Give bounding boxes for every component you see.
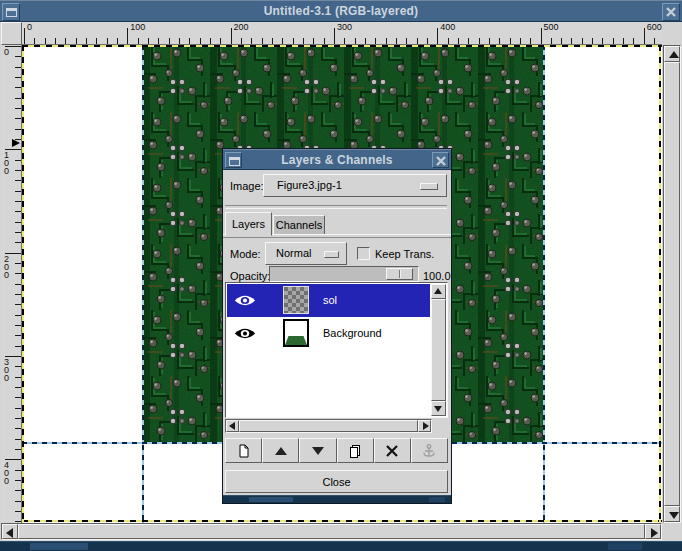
vertical-guide-right[interactable] <box>543 45 545 523</box>
delete-layer-button[interactable] <box>374 438 411 463</box>
scroll-down-button[interactable] <box>664 506 680 522</box>
ruler-tick <box>633 38 634 44</box>
ruler-tick <box>613 38 614 44</box>
dialog-title: Layers & Channels <box>223 153 451 167</box>
horizontal-scroll-thumb[interactable] <box>18 524 645 539</box>
layer-action-buttons <box>225 438 448 463</box>
layer-boundary-right <box>659 45 661 523</box>
image-select[interactable]: Figure3.jpg-1 <box>263 174 447 197</box>
ruler-tick <box>24 28 25 44</box>
scroll-left-button[interactable] <box>2 524 18 539</box>
vertical-scroll-thumb[interactable] <box>664 62 680 506</box>
arrow-right-icon <box>423 422 429 430</box>
layer-boundary-bottom <box>22 520 662 522</box>
ruler-tick <box>15 387 21 388</box>
ruler-tick <box>15 129 21 130</box>
frame-segment <box>30 543 88 550</box>
scroll-right-button[interactable] <box>418 420 431 432</box>
image-label: Image: <box>230 180 264 192</box>
ruler-tick <box>448 38 449 44</box>
arrow-up-icon <box>669 51 679 58</box>
anchor-layer-button[interactable] <box>411 438 448 463</box>
horizontal-ruler[interactable]: 0100200300400500600 <box>22 22 662 45</box>
scrollbar-corner-top <box>662 22 682 45</box>
layer-list-horizontal-scrollbar[interactable] <box>225 419 432 433</box>
dialog-body: Image: Figure3.jpg-1 Layers Channels Mod… <box>223 170 451 495</box>
layer-row-sol[interactable]: sol <box>227 284 430 317</box>
ruler-tick <box>15 263 21 264</box>
dialog-close-button[interactable] <box>432 152 449 168</box>
ruler-tick <box>148 38 149 44</box>
duplicate-layer-button[interactable] <box>337 438 374 463</box>
ruler-tick <box>55 38 56 44</box>
tab-channels[interactable]: Channels <box>273 215 325 235</box>
ruler-tick <box>602 38 603 44</box>
visibility-eye-icon[interactable] <box>234 327 256 340</box>
ruler-tick <box>65 38 66 44</box>
ruler-tick <box>15 170 21 171</box>
raise-layer-button[interactable] <box>262 438 299 463</box>
ruler-tick <box>571 38 572 44</box>
keep-trans-checkbox[interactable] <box>357 247 370 260</box>
lower-layer-button[interactable] <box>299 438 336 463</box>
frame-segment <box>249 497 293 502</box>
ruler-corner-box[interactable] <box>1 22 22 45</box>
ruler-tick <box>241 38 242 44</box>
ruler-label: 3 0 0 <box>4 358 9 382</box>
canvas-vertical-scrollbar[interactable] <box>663 45 681 523</box>
layer-row-background[interactable]: Background <box>227 317 430 350</box>
tab-layers[interactable]: Layers <box>225 212 272 236</box>
opacity-slider-handle[interactable] <box>386 268 413 280</box>
ruler-tick <box>86 38 87 44</box>
window-close-button[interactable] <box>662 3 680 21</box>
ruler-tick <box>15 408 21 409</box>
scroll-up-button[interactable] <box>664 46 680 62</box>
mode-select-value: Normal <box>276 247 311 259</box>
visibility-eye-icon[interactable] <box>234 294 256 307</box>
horizontal-scroll-thumb[interactable] <box>239 420 418 432</box>
dialog-bottom-frame <box>223 495 451 503</box>
ruler-tick <box>479 38 480 44</box>
duplicate-layer-icon <box>347 443 363 459</box>
new-layer-button[interactable] <box>225 438 262 463</box>
scroll-left-button[interactable] <box>226 420 239 432</box>
ruler-tick <box>344 38 345 44</box>
layer-thumbnail[interactable] <box>283 319 309 347</box>
canvas-horizontal-scrollbar[interactable] <box>1 523 662 540</box>
ruler-label: 300 <box>337 22 352 32</box>
opacity-slider[interactable] <box>269 266 419 282</box>
ruler-tick <box>262 38 263 44</box>
scroll-up-button[interactable] <box>431 284 446 299</box>
arrow-down-icon <box>669 512 679 519</box>
vertical-guide-left[interactable] <box>142 45 144 523</box>
close-icon <box>665 6 677 18</box>
layer-boundary-left <box>22 45 24 523</box>
keep-trans-label: Keep Trans. <box>375 248 434 260</box>
scroll-down-button[interactable] <box>431 401 446 416</box>
mode-select[interactable]: Normal <box>265 242 347 265</box>
ruler-tick <box>303 38 304 44</box>
vertical-scroll-thumb[interactable] <box>431 299 446 401</box>
close-button[interactable]: Close <box>225 470 448 493</box>
arrow-down-icon <box>434 406 442 412</box>
ruler-tick <box>427 38 428 44</box>
ruler-tick <box>210 38 211 44</box>
ruler-label: 0 <box>4 48 9 56</box>
layer-name: Background <box>323 327 382 339</box>
ruler-tick <box>489 38 490 44</box>
ruler-tick <box>417 38 418 44</box>
image-window-titlebar[interactable]: Untitled-3.1 (RGB-layered) <box>0 0 682 22</box>
ruler-tick <box>15 449 21 450</box>
ruler-tick <box>45 38 46 44</box>
ruler-tick <box>15 211 21 212</box>
layer-list-vertical-scrollbar[interactable] <box>431 284 446 416</box>
scroll-right-button[interactable] <box>645 524 661 539</box>
vertical-ruler[interactable]: 01 0 02 0 03 0 04 0 0 <box>1 45 22 523</box>
option-menu-indicator-icon <box>420 183 438 190</box>
ruler-tick <box>15 418 21 419</box>
ruler-tick <box>15 87 21 88</box>
dialog-titlebar[interactable]: Layers & Channels <box>223 149 451 170</box>
close-icon <box>435 155 447 167</box>
layer-thumbnail[interactable] <box>283 286 309 314</box>
ruler-label: 0 <box>27 22 32 32</box>
